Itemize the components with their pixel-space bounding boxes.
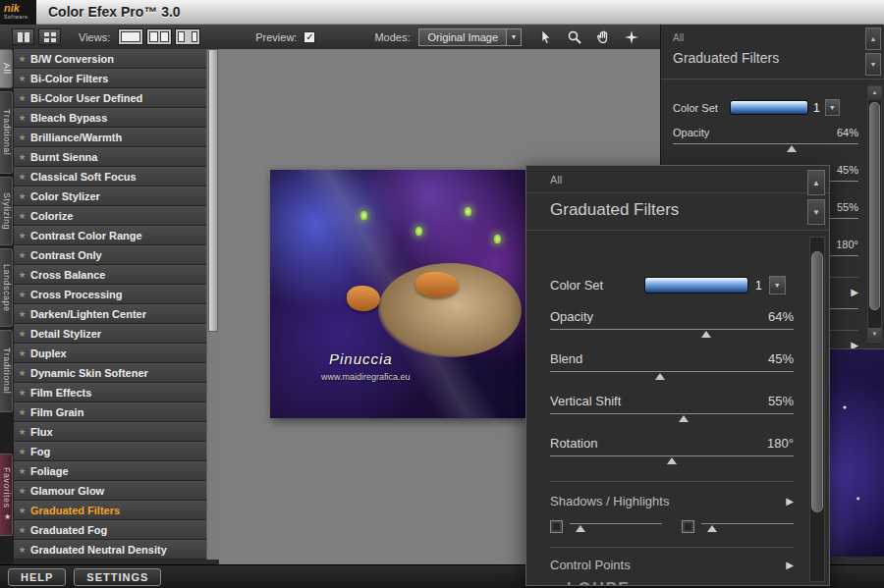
star-icon[interactable]: ★ xyxy=(14,368,30,378)
star-icon[interactable]: ★ xyxy=(14,545,30,555)
star-icon[interactable]: ★ xyxy=(14,211,30,221)
filter-row[interactable]: ★Darken/Lighten Center xyxy=(14,304,206,324)
tab-landscape[interactable]: Landscape xyxy=(0,248,13,327)
star-icon[interactable]: ★ xyxy=(14,407,30,417)
filter-settings-panel-floating[interactable]: All Graduated Filters ▲ ▼ Color Set 1 ▼ … xyxy=(525,165,830,586)
previous-filter-button[interactable]: ▲ xyxy=(865,27,881,50)
slider-track[interactable] xyxy=(701,523,794,535)
tab-traditional-2[interactable]: Traditional xyxy=(0,330,13,412)
star-icon[interactable]: ★ xyxy=(14,329,30,339)
settings-button[interactable]: SETTINGS xyxy=(74,568,161,586)
star-icon[interactable]: ★ xyxy=(14,427,30,437)
filter-row[interactable]: ★Duplex xyxy=(14,344,206,363)
star-icon[interactable]: ★ xyxy=(14,447,30,456)
star-icon[interactable]: ★ xyxy=(14,152,30,162)
filter-row[interactable]: ★Classical Soft Focus xyxy=(14,167,206,187)
star-icon[interactable]: ★ xyxy=(14,388,30,398)
next-filter-button[interactable]: ▼ xyxy=(865,53,881,76)
modes-dropdown[interactable]: Original Image ▼ xyxy=(418,28,522,46)
star-icon[interactable]: ★ xyxy=(14,506,30,515)
previous-filter-button[interactable]: ▲ xyxy=(807,170,825,195)
slider-track[interactable] xyxy=(673,143,858,155)
tab-stylizing[interactable]: Stylizing xyxy=(0,177,13,245)
highlights-color-swatch[interactable] xyxy=(682,520,694,533)
color-set-swatch[interactable] xyxy=(730,100,808,115)
filter-row[interactable]: ★Detail Stylizer xyxy=(14,324,206,344)
star-icon[interactable]: ★ xyxy=(14,466,30,476)
filter-row[interactable]: ★Fog xyxy=(14,442,206,461)
star-icon[interactable]: ★ xyxy=(14,290,30,299)
filter-row[interactable]: ★Brilliance/Warmth xyxy=(14,128,206,147)
filter-row[interactable]: ★Burnt Sienna xyxy=(14,147,206,167)
tab-traditional-1[interactable]: Traditional xyxy=(0,91,13,174)
star-icon[interactable]: ★ xyxy=(14,231,30,241)
slider-track[interactable] xyxy=(550,329,794,341)
star-icon[interactable]: ★ xyxy=(14,309,30,319)
panel-scrollbar[interactable] xyxy=(809,237,825,582)
filter-row[interactable]: ★Glamour Glow xyxy=(14,481,206,501)
slider-handle[interactable] xyxy=(576,525,585,532)
shadows-highlights-section[interactable]: Shadows / Highlights ▶ xyxy=(550,494,794,508)
layout-grid-button[interactable] xyxy=(38,28,61,45)
filter-list-scrollbar-thumb[interactable] xyxy=(208,49,218,332)
filter-row[interactable]: ★Film Grain xyxy=(14,402,206,422)
cursor-tool-button[interactable] xyxy=(535,28,557,46)
scrollbar-thumb[interactable] xyxy=(869,102,880,310)
color-set-swatch[interactable] xyxy=(644,277,748,294)
filter-list-scrollbar[interactable] xyxy=(206,49,219,560)
filter-row[interactable]: ★Dynamic Skin Softener xyxy=(14,363,206,383)
slider-track[interactable] xyxy=(550,413,794,425)
star-icon[interactable]: ★ xyxy=(14,270,30,280)
scroll-up-button[interactable]: ▲ xyxy=(868,86,881,100)
star-icon[interactable]: ★ xyxy=(14,250,30,260)
zoom-tool-button[interactable] xyxy=(564,28,585,46)
loupe-section[interactable]: ▼ LOUPE xyxy=(550,580,794,586)
slider-track[interactable] xyxy=(570,523,662,535)
star-icon[interactable]: ★ xyxy=(14,93,30,103)
filter-row-selected[interactable]: ★Graduated Filters xyxy=(14,501,206,520)
filter-row[interactable]: ★Graduated Neutral Density xyxy=(14,540,206,560)
slider-handle[interactable] xyxy=(655,373,665,380)
filter-row[interactable]: ★Bleach Bypass xyxy=(14,108,206,128)
shadows-color-swatch[interactable] xyxy=(550,520,563,533)
filter-row[interactable]: ★Contrast Only xyxy=(14,245,206,265)
filter-row[interactable]: ★Cross Balance xyxy=(14,265,206,285)
scrollbar-thumb[interactable] xyxy=(811,251,823,512)
star-icon[interactable]: ★ xyxy=(14,486,30,496)
tab-favorites[interactable]: Favorites★ xyxy=(0,454,13,536)
next-filter-button[interactable]: ▼ xyxy=(807,199,825,225)
slider-handle[interactable] xyxy=(787,145,797,152)
background-color-selector-button[interactable] xyxy=(621,28,642,46)
scroll-down-button[interactable]: ▼ xyxy=(868,328,881,342)
hand-tool-button[interactable] xyxy=(592,28,614,46)
slider-track[interactable] xyxy=(550,455,794,467)
filter-row[interactable]: ★Color Stylizer xyxy=(14,187,206,206)
filter-row[interactable]: ★Flux xyxy=(14,422,206,442)
color-set-dropdown-button[interactable]: ▼ xyxy=(825,99,840,116)
tab-all[interactable]: All xyxy=(0,49,13,88)
star-icon[interactable]: ★ xyxy=(14,133,30,142)
star-icon[interactable]: ★ xyxy=(14,74,30,83)
filter-row[interactable]: ★Bi-Color Filters xyxy=(14,69,206,88)
help-button[interactable]: HELP xyxy=(8,568,66,586)
control-points-section[interactable]: Control Points ▶ xyxy=(550,558,794,572)
filter-row[interactable]: ★Colorize xyxy=(14,206,206,226)
filter-row[interactable]: ★Bi-Color User Defined xyxy=(14,88,206,108)
filter-row[interactable]: ★Cross Processing xyxy=(14,285,206,304)
star-icon[interactable]: ★ xyxy=(14,348,30,358)
slider-handle[interactable] xyxy=(667,457,677,464)
star-icon[interactable]: ★ xyxy=(14,525,30,535)
star-icon[interactable]: ★ xyxy=(14,191,30,201)
layout-columns-button[interactable] xyxy=(12,28,34,45)
slider-track[interactable] xyxy=(550,371,794,383)
slider-handle[interactable] xyxy=(679,415,689,422)
filter-row[interactable]: ★Film Effects xyxy=(14,383,206,402)
filter-row[interactable]: ★Graduated Fog xyxy=(14,520,206,540)
slider-handle[interactable] xyxy=(701,331,711,338)
slider-handle[interactable] xyxy=(707,525,717,532)
filter-row[interactable]: ★Foliage xyxy=(14,461,206,481)
view-single-button[interactable] xyxy=(118,28,143,45)
filter-row[interactable]: ★B/W Conversion xyxy=(14,49,206,69)
view-split-button[interactable] xyxy=(146,28,172,45)
panel-scrollbar[interactable]: ▲ ▼ xyxy=(867,85,882,343)
